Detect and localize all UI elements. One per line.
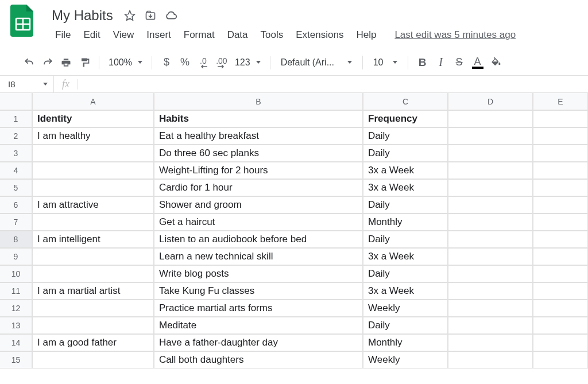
cell-E3[interactable] xyxy=(533,145,588,162)
cell-E8[interactable] xyxy=(533,231,588,248)
cell-A15[interactable] xyxy=(32,351,154,369)
row-header-7[interactable]: 7 xyxy=(0,214,32,231)
row-header-14[interactable]: 14 xyxy=(0,334,32,351)
cell-D11[interactable] xyxy=(448,282,533,300)
cell-E1[interactable] xyxy=(533,110,588,127)
cell-C13[interactable]: Daily xyxy=(363,317,448,334)
cell-D7[interactable] xyxy=(448,214,533,231)
menu-format[interactable]: Format xyxy=(178,27,220,43)
format-percent-button[interactable]: % xyxy=(176,54,194,71)
cell-D4[interactable] xyxy=(448,162,533,179)
cell-C14[interactable]: Monthly xyxy=(363,334,448,351)
cell-D5[interactable] xyxy=(448,179,533,196)
cell-C8[interactable]: Daily xyxy=(363,231,448,248)
row-header-9[interactable]: 9 xyxy=(0,248,32,265)
move-icon[interactable] xyxy=(144,9,157,22)
cell-E11[interactable] xyxy=(533,282,588,300)
row-header-12[interactable]: 12 xyxy=(0,300,32,317)
cell-E15[interactable] xyxy=(533,351,588,369)
row-header-1[interactable]: 1 xyxy=(0,110,32,127)
cell-D10[interactable] xyxy=(448,265,533,282)
cell-D6[interactable] xyxy=(448,196,533,214)
cell-A5[interactable] xyxy=(32,179,154,196)
cell-D1[interactable] xyxy=(448,110,533,127)
cell-A11[interactable]: I am a martial artist xyxy=(32,282,154,300)
redo-icon[interactable] xyxy=(39,54,56,71)
cell-B11[interactable]: Take Kung Fu classes xyxy=(154,282,363,300)
print-icon[interactable] xyxy=(57,54,75,71)
cell-A8[interactable]: I am intelligent xyxy=(32,231,154,248)
cell-B13[interactable]: Meditate xyxy=(154,317,363,334)
cell-E6[interactable] xyxy=(533,196,588,214)
cell-C11[interactable]: 3x a Week xyxy=(363,282,448,300)
cell-E13[interactable] xyxy=(533,317,588,334)
name-box[interactable]: I8 xyxy=(0,76,54,92)
cell-C12[interactable]: Weekly xyxy=(363,300,448,317)
menu-data[interactable]: Data xyxy=(222,27,254,43)
cell-B8[interactable]: Listen to an audiobook before bed xyxy=(154,231,363,248)
menu-insert[interactable]: Insert xyxy=(141,27,177,43)
cell-C2[interactable]: Daily xyxy=(363,127,448,145)
column-header-B[interactable]: B xyxy=(154,93,363,110)
row-header-6[interactable]: 6 xyxy=(0,196,32,214)
cell-C6[interactable]: Daily xyxy=(363,196,448,214)
cell-C9[interactable]: 3x a Week xyxy=(363,248,448,265)
cell-A9[interactable] xyxy=(32,248,154,265)
cell-B1[interactable]: Habits xyxy=(154,110,363,127)
strikethrough-button[interactable]: S xyxy=(451,54,468,71)
cell-B4[interactable]: Weight-Lifting for 2 hours xyxy=(154,162,363,179)
cell-E5[interactable] xyxy=(533,179,588,196)
last-edit-link[interactable]: Last edit was 5 minutes ago xyxy=(394,29,516,41)
cell-A6[interactable]: I am attractive xyxy=(32,196,154,214)
cell-E7[interactable] xyxy=(533,214,588,231)
menu-extensions[interactable]: Extensions xyxy=(290,27,349,43)
row-header-4[interactable]: 4 xyxy=(0,162,32,179)
menu-file[interactable]: File xyxy=(49,27,76,43)
menu-view[interactable]: View xyxy=(107,27,140,43)
row-header-2[interactable]: 2 xyxy=(0,127,32,145)
zoom-select[interactable]: 100% xyxy=(105,57,146,68)
row-header-5[interactable]: 5 xyxy=(0,179,32,196)
cell-B2[interactable]: Eat a healthy breakfast xyxy=(154,127,363,145)
cell-D8[interactable] xyxy=(448,231,533,248)
cell-B14[interactable]: Have a father-daughter day xyxy=(154,334,363,351)
cell-D14[interactable] xyxy=(448,334,533,351)
cell-C7[interactable]: Monthly xyxy=(363,214,448,231)
format-currency-button[interactable]: $ xyxy=(158,54,175,71)
decrease-decimal-button[interactable]: .0 xyxy=(195,54,212,71)
row-header-13[interactable]: 13 xyxy=(0,317,32,334)
cell-A4[interactable] xyxy=(32,162,154,179)
cell-C1[interactable]: Frequency xyxy=(363,110,448,127)
increase-decimal-button[interactable]: .00 xyxy=(213,54,230,71)
cell-A14[interactable]: I am a good father xyxy=(32,334,154,351)
cell-E12[interactable] xyxy=(533,300,588,317)
cell-B12[interactable]: Practice martial arts forms xyxy=(154,300,363,317)
cell-A10[interactable] xyxy=(32,265,154,282)
cell-C15[interactable]: Weekly xyxy=(363,351,448,369)
cell-E4[interactable] xyxy=(533,162,588,179)
cell-B7[interactable]: Get a haircut xyxy=(154,214,363,231)
row-header-3[interactable]: 3 xyxy=(0,145,32,162)
cell-D15[interactable] xyxy=(448,351,533,369)
menu-tools[interactable]: Tools xyxy=(255,27,289,43)
undo-icon[interactable] xyxy=(21,54,38,71)
cell-D2[interactable] xyxy=(448,127,533,145)
cell-E14[interactable] xyxy=(533,334,588,351)
cell-C5[interactable]: 3x a Week xyxy=(363,179,448,196)
document-title[interactable]: My Habits xyxy=(49,6,115,25)
row-header-10[interactable]: 10 xyxy=(0,265,32,282)
menu-help[interactable]: Help xyxy=(350,27,382,43)
cell-B6[interactable]: Shower and groom xyxy=(154,196,363,214)
cell-A7[interactable] xyxy=(32,214,154,231)
select-all-corner[interactable] xyxy=(0,93,32,110)
cell-B3[interactable]: Do three 60 sec planks xyxy=(154,145,363,162)
cell-D3[interactable] xyxy=(448,145,533,162)
cell-E9[interactable] xyxy=(533,248,588,265)
formula-input[interactable] xyxy=(78,76,588,92)
more-formats-button[interactable]: 123 xyxy=(231,57,264,68)
cell-B5[interactable]: Cardio for 1 hour xyxy=(154,179,363,196)
text-color-button[interactable]: A xyxy=(469,54,486,71)
cell-A12[interactable] xyxy=(32,300,154,317)
font-size-select[interactable]: 10 xyxy=(369,57,402,68)
menu-edit[interactable]: Edit xyxy=(78,27,106,43)
